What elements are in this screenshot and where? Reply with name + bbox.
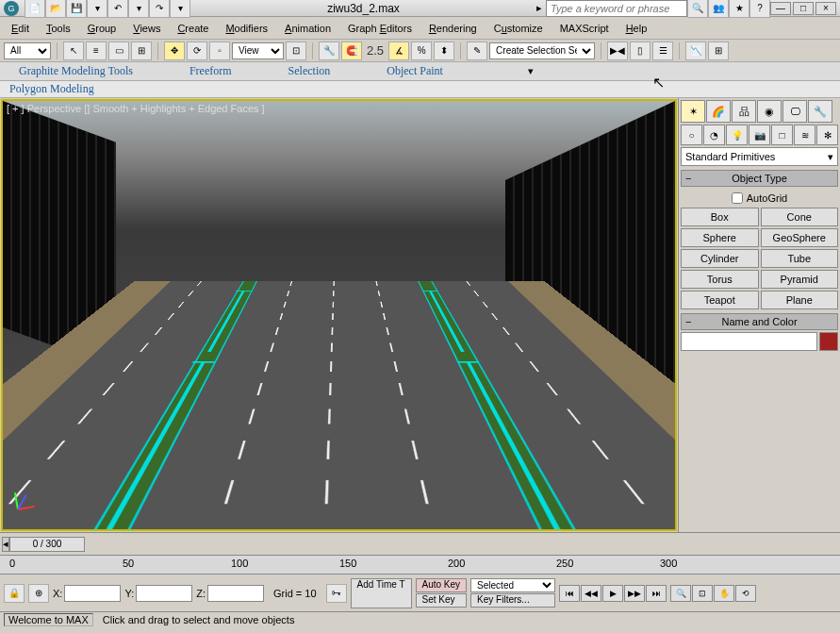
viewport-perspective[interactable]: [ + ] Perspective [] Smooth + Highlights… — [1, 99, 677, 531]
auto-key-button[interactable]: Auto Key — [416, 578, 468, 592]
comm-icon[interactable]: 👥 — [708, 0, 729, 18]
cmd-tab-modify[interactable]: 🌈 — [706, 100, 731, 123]
menu-rendering[interactable]: Rendering — [421, 21, 485, 36]
object-color-swatch[interactable] — [819, 332, 838, 351]
subtab-spacewarps[interactable]: ≋ — [794, 125, 815, 145]
set-key-button[interactable]: Set Key — [416, 593, 468, 608]
save-dropdown-icon[interactable]: ▾ — [87, 0, 107, 18]
time-slider[interactable]: 0 / 300 — [9, 537, 85, 552]
rollout-object-type[interactable]: Object Type — [681, 170, 838, 187]
time-ruler[interactable]: 0 50 100 150 200 250 300 — [0, 555, 840, 574]
align-icon[interactable]: ▯ — [630, 42, 651, 60]
pivot-icon[interactable]: ⊡ — [286, 42, 306, 60]
snap-toggle-icon[interactable]: 🧲 — [341, 42, 362, 60]
subtab-cameras[interactable]: 📷 — [749, 125, 770, 145]
btn-geosphere[interactable]: GeoSphere — [761, 228, 839, 247]
selection-filter-dropdown[interactable]: All — [4, 42, 51, 59]
btn-pyramid[interactable]: Pyramid — [761, 270, 839, 289]
layers-icon[interactable]: ☰ — [652, 42, 673, 60]
menu-help[interactable]: Help — [618, 21, 655, 36]
abs-rel-icon[interactable]: ⊕ — [28, 584, 49, 603]
tab-objectpaint[interactable]: Object Paint — [387, 64, 443, 78]
tab-freeform[interactable]: Freeform — [189, 64, 232, 78]
percent-snap-icon[interactable]: % — [411, 42, 432, 60]
curve-editor-icon[interactable]: 📉 — [685, 42, 706, 60]
goto-end-icon[interactable]: ⏭ — [646, 585, 667, 602]
cmd-tab-motion[interactable]: ◉ — [757, 100, 782, 123]
search-input[interactable] — [546, 0, 687, 17]
key-lock-icon[interactable]: 🗝 — [326, 584, 347, 603]
subtab-systems[interactable]: ✻ — [816, 125, 838, 145]
manip-icon[interactable]: 🔧 — [319, 42, 339, 60]
mirror-icon[interactable]: ▶◀ — [607, 42, 628, 60]
lock-icon[interactable]: 🔒 — [4, 584, 25, 603]
time-slider-bar[interactable]: ◂ 0 / 300 — [0, 532, 840, 555]
select-name-icon[interactable]: ≡ — [86, 42, 107, 60]
prev-frame-icon[interactable]: ◀◀ — [581, 585, 601, 602]
btn-torus[interactable]: Torus — [681, 270, 759, 289]
menu-customize[interactable]: Customize — [486, 21, 551, 36]
maximize-button[interactable]: □ — [793, 2, 814, 15]
minimize-button[interactable]: — — [770, 2, 791, 15]
scale-icon[interactable]: ▫ — [209, 42, 230, 60]
btn-cylinder[interactable]: Cylinder — [681, 249, 759, 268]
menu-maxscript[interactable]: MAXScript — [552, 21, 617, 36]
q-icon[interactable]: ? — [749, 0, 770, 18]
next-frame-icon[interactable]: ▶▶ — [624, 585, 645, 602]
subtab-lights[interactable]: 💡 — [726, 125, 748, 145]
z-input[interactable] — [207, 585, 264, 602]
btn-teapot[interactable]: Teapot — [681, 291, 759, 309]
select-icon[interactable]: ↖ — [63, 42, 84, 60]
key-filters-button[interactable]: Key Filters... — [470, 593, 555, 608]
help-icon[interactable]: 🔍 — [687, 0, 708, 18]
btn-tube[interactable]: Tube — [761, 249, 839, 268]
add-time-tag-button[interactable]: Add Time T — [351, 578, 412, 608]
orbit-icon[interactable]: ⟲ — [735, 585, 756, 602]
menu-tools[interactable]: Tools — [39, 21, 78, 36]
pan-icon[interactable]: ✋ — [714, 585, 734, 602]
cmd-tab-hierarchy[interactable]: 品 — [732, 100, 756, 123]
object-name-input[interactable] — [681, 332, 817, 351]
subtab-helpers[interactable]: □ — [771, 125, 793, 145]
menu-edit[interactable]: EEditdit — [4, 21, 37, 36]
undo-icon[interactable]: ↶ — [107, 0, 128, 18]
btn-plane[interactable]: Plane — [761, 291, 839, 309]
y-input[interactable] — [136, 585, 192, 602]
window-crossing-icon[interactable]: ⊞ — [131, 42, 152, 60]
cmd-tab-utilities[interactable]: 🔧 — [808, 100, 832, 123]
tab-selection[interactable]: Selection — [288, 64, 331, 78]
btn-sphere[interactable]: Sphere — [681, 228, 759, 247]
btn-box[interactable]: Box — [681, 208, 759, 226]
key-mode-dropdown[interactable]: Selected — [470, 578, 555, 592]
rollout-name-color[interactable]: Name and Color — [681, 313, 838, 330]
new-icon[interactable]: 📄 — [25, 0, 45, 18]
save-icon[interactable]: 💾 — [66, 0, 87, 18]
menu-group[interactable]: Group — [80, 21, 124, 36]
btn-cone[interactable]: Cone — [761, 208, 839, 226]
subtab-polygon-modeling[interactable]: Polygon Modeling — [9, 82, 94, 96]
menu-modifiers[interactable]: Modifiers — [218, 21, 275, 36]
named-selection-dropdown[interactable]: Create Selection Set — [489, 42, 595, 59]
menu-animation[interactable]: Animation — [277, 21, 338, 36]
menu-views[interactable]: Views — [125, 21, 168, 36]
menu-create[interactable]: Create — [170, 21, 216, 36]
tab-graphite[interactable]: Graphite Modeling Tools — [19, 64, 133, 78]
undo-dropdown-icon[interactable]: ▾ — [128, 0, 149, 18]
play-icon[interactable]: ▶ — [602, 585, 623, 602]
schematic-icon[interactable]: ⊞ — [708, 42, 729, 60]
rotate-icon[interactable]: ⟳ — [187, 42, 207, 60]
x-input[interactable] — [64, 585, 121, 602]
viewport-label[interactable]: [ + ] Perspective [] Smooth + Highlights… — [7, 103, 265, 114]
open-icon[interactable]: 📂 — [45, 0, 66, 18]
track-toggle-icon[interactable]: ◂ — [2, 537, 9, 552]
cmd-tab-display[interactable]: 🖵 — [782, 100, 807, 123]
close-button[interactable]: × — [815, 2, 836, 15]
menu-grapheditors[interactable]: Graph Editors — [340, 21, 420, 36]
cmd-tab-create[interactable]: ✶ — [681, 100, 705, 123]
autogrid-checkbox[interactable] — [732, 192, 743, 204]
goto-start-icon[interactable]: ⏮ — [559, 585, 580, 602]
subtab-geometry[interactable]: ○ — [681, 125, 702, 145]
move-icon[interactable]: ✥ — [164, 42, 185, 60]
edit-named-sel-icon[interactable]: ✎ — [467, 42, 487, 60]
subtab-shapes[interactable]: ◔ — [703, 125, 725, 145]
